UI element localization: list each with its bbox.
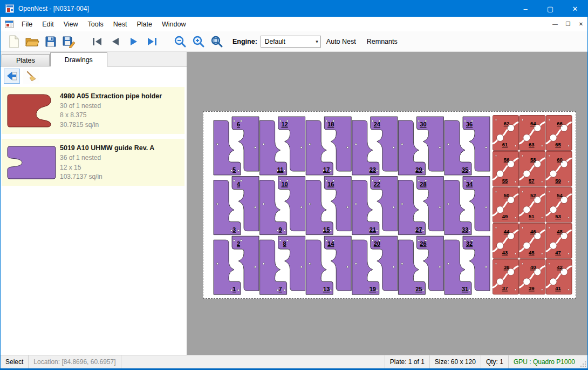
zoom-out-button[interactable] — [172, 33, 188, 50]
minimize-button[interactable]: – — [513, 1, 538, 17]
drill-hole — [549, 155, 550, 157]
part-number-label: 30 — [420, 121, 426, 127]
nested-part-pair[interactable]: 3635 — [445, 117, 490, 175]
status-right-group: Plate: 1 of 1 Size: 60 x 120 Qty: 1 GPU … — [385, 355, 587, 368]
open-button[interactable] — [24, 33, 40, 50]
status-bar: Select Location: [84.8696, 60.6957] Plat… — [1, 355, 587, 368]
plate-qty: Qty: 1 — [481, 355, 508, 368]
menu-edit[interactable]: Edit — [37, 17, 59, 31]
close-button[interactable]: ✕ — [563, 1, 587, 17]
nested-part-pair[interactable]: 4847 — [546, 223, 572, 258]
nested-part-pair[interactable]: 65 — [214, 117, 259, 175]
mdi-close-button[interactable]: ✕ — [575, 18, 587, 30]
save-button[interactable] — [43, 33, 59, 50]
nested-part-pair[interactable]: 2221 — [352, 177, 398, 235]
menu-file[interactable]: File — [17, 17, 37, 31]
nested-part-pair[interactable]: 1413 — [306, 236, 351, 294]
zoom-in-button[interactable] — [190, 33, 207, 50]
nested-part-pair[interactable]: 6261 — [493, 116, 519, 151]
nested-parts-layout: 6512111817242330293635431091615222128273… — [203, 112, 576, 298]
part-number-label: 3 — [233, 226, 236, 233]
remnants-button[interactable]: Remnants — [361, 35, 403, 49]
nested-part-pair[interactable]: 6463 — [519, 116, 545, 151]
zoom-in-icon — [192, 35, 205, 48]
menu-nest[interactable]: Nest — [108, 17, 132, 31]
menu-window[interactable]: Window — [157, 17, 190, 31]
mdi-document-icon[interactable] — [5, 21, 13, 28]
title-bar: OpenNest - [N0317-004] – ▢ ✕ — [1, 1, 587, 17]
drawings-list: 4980 A05 Extraction pipe holder 30 of 1 … — [1, 86, 187, 355]
nested-part-pair[interactable]: 5251 — [519, 187, 545, 223]
drill-hole — [263, 263, 264, 265]
nested-part-pair[interactable]: 2827 — [398, 177, 443, 235]
last-plate-button[interactable] — [144, 33, 160, 50]
engine-select[interactable]: Default ▾ — [261, 36, 321, 48]
pipe-hole — [523, 278, 530, 285]
nest-canvas[interactable]: 6512111817242330293635431091615222128273… — [187, 52, 587, 355]
drill-hole — [309, 203, 311, 205]
zoom-fit-button[interactable] — [209, 33, 225, 50]
auto-nest-button[interactable]: Auto Nest — [321, 35, 361, 49]
red-part-shape — [6, 93, 53, 129]
plate[interactable]: 6512111817242330293635431091615222128273… — [203, 111, 576, 299]
first-plate-icon — [91, 37, 103, 46]
part-number-label: 38 — [504, 264, 510, 270]
save-as-button[interactable] — [61, 33, 77, 50]
nested-part-pair[interactable]: 1615 — [306, 177, 351, 235]
resize-grip[interactable] — [580, 355, 587, 368]
nested-part-pair[interactable]: 5049 — [493, 187, 519, 223]
nested-part-pair[interactable]: 4645 — [519, 223, 545, 258]
part-number-label: 23 — [370, 166, 376, 173]
nested-part-pair[interactable]: 6059 — [546, 151, 572, 186]
mdi-restore-button[interactable]: ❐ — [562, 18, 575, 30]
nested-part-pair[interactable]: 3231 — [445, 236, 490, 294]
nested-part-pair[interactable]: 43 — [214, 177, 259, 235]
drill-hole — [237, 230, 239, 231]
nested-part-pair[interactable]: 2423 — [352, 117, 398, 175]
drill-hole — [468, 170, 470, 171]
part-number-label: 6 — [237, 121, 240, 127]
import-drawing-button[interactable] — [4, 69, 20, 84]
list-item[interactable]: 5019 A10 UHMW guide Rev. A 36 of 1 neste… — [2, 139, 184, 186]
tab-drawings[interactable]: Drawings — [50, 52, 107, 66]
nested-part-pair[interactable]: 3433 — [445, 177, 490, 235]
list-item[interactable]: 4980 A05 Extraction pipe holder 30 of 1 … — [2, 87, 184, 134]
next-plate-button[interactable] — [126, 33, 142, 50]
nested-part-pair[interactable]: 4039 — [519, 259, 545, 294]
menu-plate[interactable]: Plate — [132, 17, 157, 31]
nested-part-pair[interactable]: 2625 — [398, 236, 443, 294]
part-number-label: 5 — [233, 166, 236, 173]
drill-hole — [568, 181, 570, 183]
drill-hole — [216, 143, 218, 145]
drill-hole — [300, 146, 302, 148]
previous-plate-button[interactable] — [107, 33, 124, 50]
clear-drawings-button[interactable] — [23, 69, 39, 84]
nested-part-pair[interactable]: 1817 — [306, 117, 351, 175]
drawing-name: 4980 A05 Extraction pipe holder — [60, 92, 181, 100]
nested-part-pair[interactable]: 5453 — [546, 187, 572, 223]
nested-part-pair[interactable]: 5655 — [493, 151, 519, 186]
nested-part-pair[interactable]: 6665 — [546, 116, 572, 151]
menu-tools[interactable]: Tools — [83, 17, 108, 31]
first-plate-button[interactable] — [89, 33, 105, 50]
drill-hole — [541, 289, 543, 291]
drill-hole — [393, 146, 394, 148]
resize-grip-icon — [580, 361, 586, 367]
nested-part-pair[interactable]: 109 — [260, 177, 305, 235]
tab-plates[interactable]: Plates — [2, 54, 50, 66]
nested-part-pair[interactable]: 3029 — [398, 117, 443, 175]
maximize-button[interactable]: ▢ — [538, 1, 563, 17]
nested-part-pair[interactable]: 3837 — [493, 259, 519, 294]
part-number-label: 64 — [530, 120, 536, 126]
nested-part-pair[interactable]: 5857 — [519, 151, 545, 186]
nested-part-pair[interactable]: 21 — [214, 236, 259, 294]
menu-view[interactable]: View — [59, 17, 83, 31]
pipe-hole — [497, 170, 504, 177]
nested-part-pair[interactable]: 4241 — [546, 259, 572, 294]
nested-part-pair[interactable]: 87 — [260, 236, 305, 294]
nested-part-pair[interactable]: 4443 — [493, 223, 519, 258]
nested-part-pair[interactable]: 2019 — [352, 236, 398, 294]
mdi-minimize-button[interactable]: — — [549, 18, 562, 30]
nested-part-pair[interactable]: 1211 — [260, 117, 305, 175]
new-button[interactable] — [6, 33, 22, 50]
